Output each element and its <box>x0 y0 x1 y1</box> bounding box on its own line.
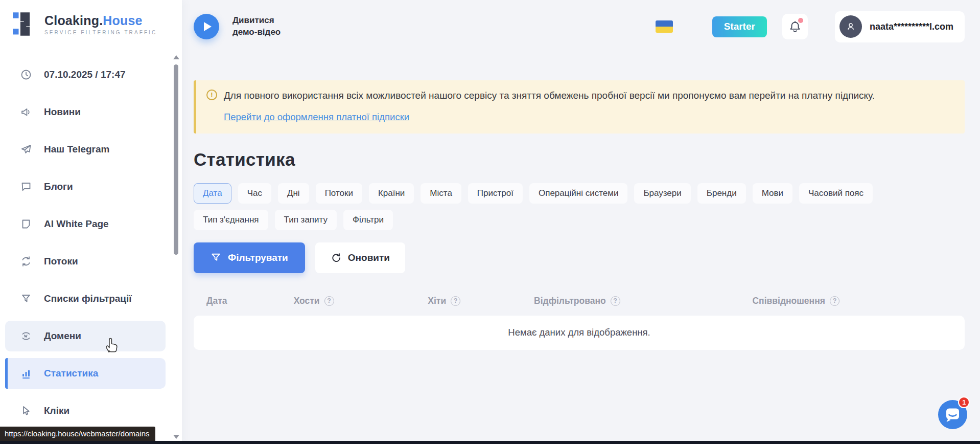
app-root: Cloaking.House SERVICE FILTERING TRAFFIC… <box>0 0 980 444</box>
action-buttons: Фільтрувати Оновити <box>194 242 965 273</box>
filter-button[interactable]: Фільтрувати <box>194 242 305 273</box>
sidebar-item-label: Блоги <box>44 181 73 192</box>
sidebar-item-filter-lists[interactable]: Списки фільтрації <box>5 283 166 314</box>
sidebar-item-blogs[interactable]: Блоги <box>5 171 166 202</box>
tab-cities[interactable]: Міста <box>421 183 461 204</box>
funnel-icon <box>20 293 32 304</box>
tab-brands[interactable]: Бренди <box>697 183 746 204</box>
play-icon <box>204 22 212 31</box>
sidebar-item-label: Списки фільтрації <box>44 293 132 304</box>
globe-w-icon <box>20 330 32 342</box>
sidebar-item-telegram[interactable]: Наш Telegram <box>5 134 166 165</box>
logo-icon <box>12 11 38 37</box>
tab-request-type[interactable]: Тип запиту <box>275 210 337 230</box>
chat-unread-badge: 1 <box>958 396 970 408</box>
funnel-icon <box>211 252 221 263</box>
tab-timezone[interactable]: Часовий пояс <box>799 183 873 204</box>
tab-operating-systems[interactable]: Операційні системи <box>529 183 627 204</box>
sidebar-nav: 07.10.2025 / 17:47 Новини Наш Telegram Б… <box>0 41 182 426</box>
column-header-date: Дата <box>206 296 294 306</box>
sidebar-item-datetime[interactable]: 07.10.2025 / 17:47 <box>5 59 166 90</box>
notifications-button[interactable] <box>782 14 808 39</box>
cycle-arrows-icon <box>20 256 32 267</box>
tab-time[interactable]: Час <box>238 183 271 204</box>
refresh-icon <box>331 252 341 263</box>
help-icon[interactable]: ? <box>830 296 839 306</box>
clock-icon <box>20 69 32 80</box>
upgrade-subscription-link[interactable]: Перейти до оформлення платної підписки <box>224 112 409 123</box>
language-flag-ukraine[interactable] <box>656 20 673 33</box>
chat-widget-button[interactable]: 1 <box>938 400 967 429</box>
sidebar-item-ai-white-page[interactable]: AI White Page <box>5 209 166 239</box>
stats-table-header: Дата Хости ? Хіти ? Відфільтровано ? Спі… <box>194 296 965 316</box>
tab-flows[interactable]: Потоки <box>316 183 362 204</box>
scrollbar-down-arrow[interactable] <box>173 435 179 439</box>
banner-message: Для повного використання всіх можливосте… <box>224 89 875 103</box>
tab-countries[interactable]: Країни <box>369 183 414 204</box>
column-label: Відфільтровано <box>534 296 606 306</box>
page-icon <box>20 218 32 230</box>
main-area: Дивитися демо-відео Starter <box>182 0 980 444</box>
flag-blue-stripe <box>656 20 673 27</box>
help-icon[interactable]: ? <box>451 296 460 306</box>
sidebar-item-label: Кліки <box>44 405 69 416</box>
column-header-ratio: Співвідношення ? <box>752 296 965 306</box>
notification-dot <box>798 18 803 23</box>
user-account-button[interactable]: naata**********l.com <box>835 11 965 42</box>
help-icon[interactable]: ? <box>324 296 334 306</box>
logo-text: Cloaking.House SERVICE FILTERING TRAFFIC <box>44 13 157 35</box>
demo-video-label[interactable]: Дивитися демо-відео <box>232 15 281 38</box>
stats-tabs-row-1: Дата Час Дні Потоки Країни Міста Пристро… <box>194 183 965 204</box>
cursor-icon <box>20 405 32 416</box>
user-email: naata**********l.com <box>870 21 953 32</box>
tab-filters[interactable]: Фільтри <box>343 210 393 230</box>
column-header-hits: Хіти ? <box>428 296 534 306</box>
refresh-button-label: Оновити <box>348 252 390 263</box>
megaphone-icon <box>20 106 32 118</box>
scrollbar-thumb[interactable] <box>174 64 178 255</box>
logo[interactable]: Cloaking.House SERVICE FILTERING TRAFFIC <box>0 0 182 41</box>
filter-button-label: Фільтрувати <box>228 252 288 263</box>
help-icon[interactable]: ? <box>611 296 620 306</box>
tab-days[interactable]: Дні <box>278 183 309 204</box>
column-header-hosts: Хости ? <box>294 296 428 306</box>
sidebar: Cloaking.House SERVICE FILTERING TRAFFIC… <box>0 0 182 444</box>
sidebar-item-domains[interactable]: Домени <box>5 321 166 351</box>
brand-subtitle: SERVICE FILTERING TRAFFIC <box>44 30 157 35</box>
avatar <box>839 15 862 38</box>
tab-languages[interactable]: Мови <box>753 183 792 204</box>
tab-connection-type[interactable]: Тип з'єднання <box>194 210 268 230</box>
sidebar-item-label: Потоки <box>44 256 78 267</box>
refresh-button[interactable]: Оновити <box>315 242 405 273</box>
sidebar-item-news[interactable]: Новини <box>5 97 166 127</box>
person-icon <box>845 21 856 32</box>
sidebar-item-flows[interactable]: Потоки <box>5 246 166 277</box>
empty-state-card: Немає даних для відображення. <box>194 316 965 350</box>
tab-date[interactable]: Дата <box>194 183 231 204</box>
topbar: Дивитися демо-відео Starter <box>194 0 965 53</box>
brand-dark: Cloaking. <box>44 13 103 28</box>
paper-plane-icon <box>20 144 32 155</box>
empty-state-message: Немає даних для відображення. <box>508 327 650 338</box>
play-demo-button[interactable] <box>194 14 219 39</box>
demo-video-line2: демо-відео <box>232 27 281 38</box>
column-label: Хости <box>294 296 320 306</box>
sidebar-item-label: 07.10.2025 / 17:47 <box>44 69 126 80</box>
sidebar-item-label: AI White Page <box>44 218 109 230</box>
scrollbar-up-arrow[interactable] <box>173 55 179 59</box>
trial-warning-banner: ! Для повного використання всіх можливос… <box>194 80 965 134</box>
plan-badge-button[interactable]: Starter <box>712 16 767 37</box>
bar-chart-icon <box>20 368 32 379</box>
demo-video-line1: Дивитися <box>232 15 281 27</box>
sidebar-item-clicks[interactable]: Кліки <box>5 395 166 426</box>
column-label: Хіти <box>428 296 446 306</box>
tab-devices[interactable]: Пристрої <box>468 183 523 204</box>
status-bar-url: https://cloaking.house/webmaster/domains <box>0 427 155 441</box>
sidebar-item-label: Домени <box>44 330 81 342</box>
warning-icon: ! <box>206 90 217 100</box>
sidebar-item-label: Новини <box>44 106 81 118</box>
chat-bubble-icon <box>20 181 32 192</box>
tab-browsers[interactable]: Браузери <box>634 183 690 204</box>
window-bottom-edge <box>0 441 980 444</box>
sidebar-item-statistics[interactable]: Статистика <box>5 358 166 389</box>
